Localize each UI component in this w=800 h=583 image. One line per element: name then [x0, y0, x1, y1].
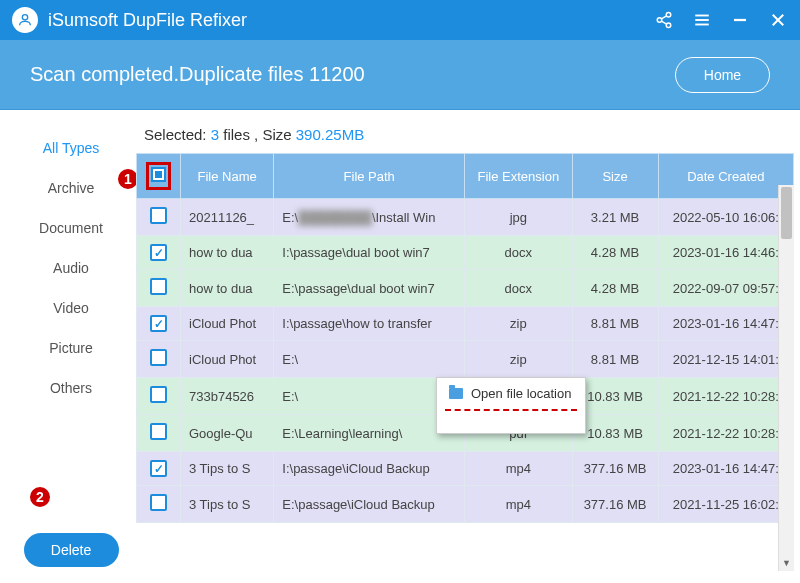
- main-area: All Types Archive Document Audio Video P…: [0, 110, 800, 583]
- cell-filepath: E:\passage\dual boot win7: [274, 270, 465, 307]
- close-icon[interactable]: [768, 10, 788, 30]
- menu-icon[interactable]: [692, 10, 712, 30]
- row-checkbox[interactable]: [150, 278, 167, 295]
- cell-filepath: I:\passage\dual boot win7: [274, 236, 465, 270]
- table-row[interactable]: iCloud PhotE:\zip8.81 MB2021-12-15 14:01…: [137, 341, 794, 378]
- context-open-location-label: Open file location: [471, 386, 571, 401]
- delete-button[interactable]: Delete: [24, 533, 119, 567]
- cell-date: 2023-01-16 14:47:: [658, 452, 793, 486]
- cell-filename: how to dua: [181, 270, 274, 307]
- cell-extension: mp4: [465, 452, 572, 486]
- cell-filepath: E:\: [274, 341, 465, 378]
- row-checkbox[interactable]: [150, 244, 167, 261]
- cell-date: 2021-12-22 10:28:: [658, 378, 793, 415]
- home-button[interactable]: Home: [675, 57, 770, 93]
- cell-filepath: I:\passage\iCloud Backup: [274, 452, 465, 486]
- cell-filename: iCloud Phot: [181, 307, 274, 341]
- cell-extension: mp4: [465, 486, 572, 523]
- app-window: iSumsoft DupFile Refixer Scan completed.…: [0, 0, 800, 583]
- cell-date: 2021-11-25 16:02:: [658, 486, 793, 523]
- sidebar-item-picture[interactable]: Picture: [6, 328, 136, 368]
- sidebar-item-audio[interactable]: Audio: [6, 248, 136, 288]
- table-container: File Name File Path File Extension Size …: [136, 153, 794, 571]
- col-date[interactable]: Date Created: [658, 154, 793, 199]
- table-row[interactable]: iCloud PhotI:\passage\how to transferzip…: [137, 307, 794, 341]
- context-item-blank[interactable]: [437, 411, 585, 433]
- cell-size: 377.16 MB: [572, 486, 658, 523]
- cell-filename: 3 Tips to S: [181, 486, 274, 523]
- row-checkbox[interactable]: [150, 494, 167, 511]
- col-size[interactable]: Size: [572, 154, 658, 199]
- scroll-down-icon[interactable]: ▼: [779, 555, 794, 571]
- table-row[interactable]: 3 Tips to SI:\passage\iCloud Backupmp437…: [137, 452, 794, 486]
- cell-size: 3.21 MB: [572, 199, 658, 236]
- cell-size: 8.81 MB: [572, 341, 658, 378]
- col-filepath[interactable]: File Path: [274, 154, 465, 199]
- app-logo-icon: [12, 7, 38, 33]
- selection-info: Selected: 3 files , Size 390.25MB: [136, 122, 794, 153]
- folder-icon: [449, 388, 463, 399]
- scroll-thumb[interactable]: [781, 187, 792, 239]
- row-checkbox[interactable]: [150, 423, 167, 440]
- cell-date: 2021-12-22 10:28:: [658, 415, 793, 452]
- svg-point-0: [22, 15, 27, 20]
- row-checkbox[interactable]: [150, 349, 167, 366]
- table-row[interactable]: how to duaE:\passage\dual boot win7docx4…: [137, 270, 794, 307]
- subheader: Scan completed.Duplicate files 11200 Hom…: [0, 40, 800, 110]
- cell-size: 8.81 MB: [572, 307, 658, 341]
- col-filename[interactable]: File Name: [181, 154, 274, 199]
- cell-date: 2023-01-16 14:47:: [658, 307, 793, 341]
- cell-extension: docx: [465, 236, 572, 270]
- selection-count: 3: [211, 126, 219, 143]
- cell-filename: 3 Tips to S: [181, 452, 274, 486]
- cell-date: 2022-05-10 16:06:: [658, 199, 793, 236]
- app-title: iSumsoft DupFile Refixer: [48, 10, 654, 31]
- cell-size: 377.16 MB: [572, 452, 658, 486]
- svg-point-1: [666, 13, 671, 18]
- sidebar-item-video[interactable]: Video: [6, 288, 136, 328]
- svg-line-5: [661, 21, 666, 24]
- sidebar-item-all-types[interactable]: All Types: [6, 128, 136, 168]
- cell-date: 2022-09-07 09:57:: [658, 270, 793, 307]
- context-menu: Open file location: [436, 377, 586, 434]
- scan-status-text: Scan completed.Duplicate files 11200: [30, 63, 675, 86]
- titlebar: iSumsoft DupFile Refixer: [0, 0, 800, 40]
- content-area: Selected: 3 files , Size 390.25MB File N…: [136, 122, 794, 571]
- row-checkbox[interactable]: [150, 386, 167, 403]
- sidebar: All Types Archive Document Audio Video P…: [6, 122, 136, 571]
- table-row[interactable]: 20211126_E:\████████\Install Winjpg3.21 …: [137, 199, 794, 236]
- share-icon[interactable]: [654, 10, 674, 30]
- row-checkbox[interactable]: [150, 460, 167, 477]
- cell-extension: docx: [465, 270, 572, 307]
- context-open-location[interactable]: Open file location: [437, 378, 585, 409]
- row-checkbox[interactable]: [150, 315, 167, 332]
- selection-size: 390.25MB: [296, 126, 364, 143]
- cell-filepath: I:\passage\how to transfer: [274, 307, 465, 341]
- cell-filename: how to dua: [181, 236, 274, 270]
- annotation-badge-2: 2: [28, 485, 52, 509]
- cell-extension: jpg: [465, 199, 572, 236]
- col-checkbox-header[interactable]: [137, 154, 181, 199]
- svg-line-4: [661, 16, 666, 19]
- cell-filename: Google-Qu: [181, 415, 274, 452]
- select-all-checkbox[interactable]: [151, 167, 166, 182]
- sidebar-item-others[interactable]: Others: [6, 368, 136, 408]
- svg-point-3: [666, 23, 671, 28]
- table-row[interactable]: how to duaI:\passage\dual boot win7docx4…: [137, 236, 794, 270]
- cell-size: 4.28 MB: [572, 270, 658, 307]
- cell-filepath: E:\passage\iCloud Backup: [274, 486, 465, 523]
- cell-extension: zip: [465, 307, 572, 341]
- files-table: File Name File Path File Extension Size …: [136, 153, 794, 523]
- cell-date: 2021-12-15 14:01:: [658, 341, 793, 378]
- minimize-icon[interactable]: [730, 10, 750, 30]
- cell-filepath: E:\████████\Install Win: [274, 199, 465, 236]
- scrollbar[interactable]: ▲ ▼: [778, 185, 794, 571]
- selection-prefix: Selected:: [144, 126, 211, 143]
- cell-size: 4.28 MB: [572, 236, 658, 270]
- table-row[interactable]: 3 Tips to SE:\passage\iCloud Backupmp437…: [137, 486, 794, 523]
- cell-date: 2023-01-16 14:46:: [658, 236, 793, 270]
- row-checkbox[interactable]: [150, 207, 167, 224]
- col-extension[interactable]: File Extension: [465, 154, 572, 199]
- cell-filename: iCloud Phot: [181, 341, 274, 378]
- sidebar-item-document[interactable]: Document: [6, 208, 136, 248]
